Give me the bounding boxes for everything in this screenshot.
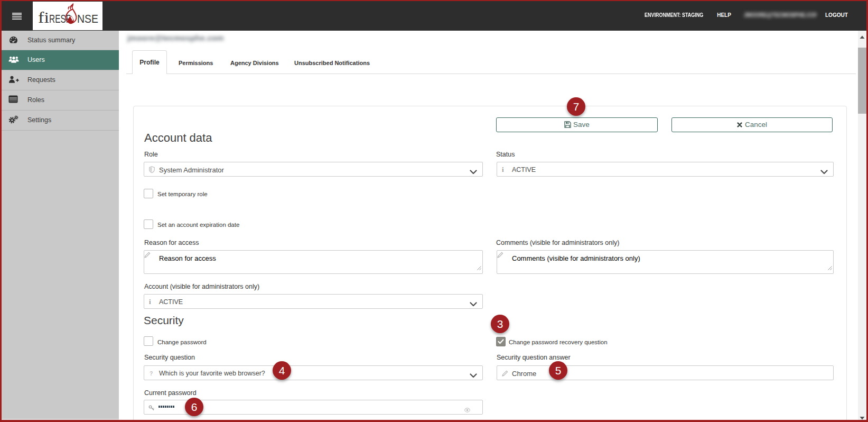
svg-text:fi: fi <box>38 8 49 26</box>
svg-text:RESP: RESP <box>49 12 71 25</box>
svg-text:NSE: NSE <box>77 12 98 25</box>
